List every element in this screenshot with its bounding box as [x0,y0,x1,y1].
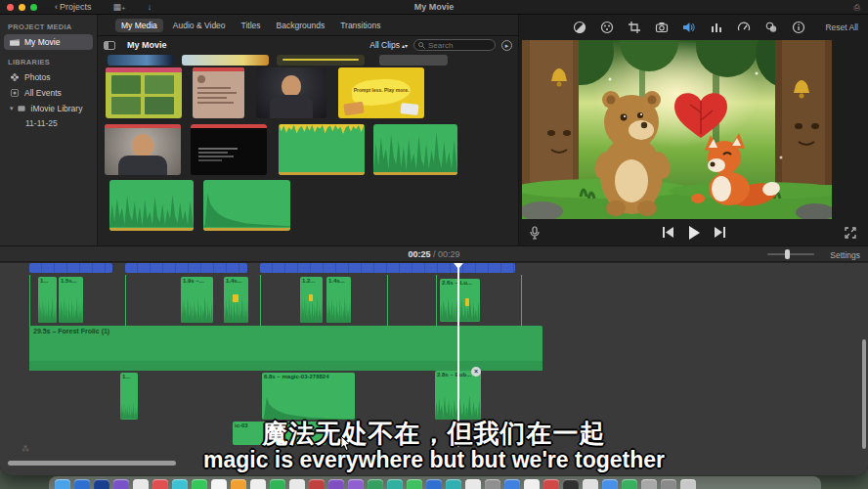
timeline-clip[interactable]: 2.6s ~ Lu... [440,279,480,322]
media-thumbnail-audio[interactable] [203,180,290,231]
media-thumbnail[interactable] [379,55,448,66]
dock-app-icon[interactable] [622,479,637,489]
dock-app-icon[interactable] [543,479,559,489]
sidebar-item-photos[interactable]: Photos [4,69,93,85]
media-thumbnail[interactable] [108,55,173,66]
sidebar-toggle-icon[interactable] [104,41,115,50]
dock-app-icon[interactable] [250,479,266,489]
dock-app-icon[interactable] [465,479,481,489]
dock-app-icon[interactable] [680,479,696,489]
reset-all-button[interactable]: Reset All [825,22,858,32]
timeline-clip[interactable]: 1... [38,277,57,323]
media-thumbnail-promo[interactable]: Prompt less. Play more. [338,67,424,118]
sidebar-item-my-movie[interactable]: My Movie [4,34,93,50]
dock-app-icon[interactable] [74,479,90,489]
settings-button[interactable]: Settings [830,250,860,260]
tab-transitions[interactable]: Transitions [334,19,386,32]
play-icon[interactable] [687,226,701,240]
dock-app-icon[interactable] [387,479,403,489]
media-thumbnail[interactable] [277,55,365,66]
dock-app-icon[interactable] [211,479,227,489]
music-clip[interactable]: 29.5s – Forest Frolic (1) [29,326,542,371]
tab-backgrounds[interactable]: Backgrounds [271,19,331,32]
dock-app-icon[interactable] [270,479,285,489]
browser-forward-icon[interactable]: ▸ [501,40,512,51]
dock-app-icon[interactable] [641,479,657,489]
stabilization-icon[interactable] [655,21,669,34]
timeline-zoom-slider[interactable] [767,253,814,255]
dock-app-icon[interactable] [407,479,422,489]
tab-titles[interactable]: Titles [236,19,267,32]
timeline-clip[interactable]: 1.4s... [224,277,248,323]
dock-app-icon[interactable] [172,479,188,489]
previous-frame-icon[interactable] [663,227,673,238]
photos-flower-icon [10,73,20,81]
dock-app-icon[interactable] [661,479,676,489]
dock-app-icon[interactable] [446,479,461,489]
dock-app-icon[interactable] [231,479,246,489]
sidebar-item-all-events[interactable]: All Events [4,85,93,101]
timeline-clip[interactable]: 1.2... [300,277,323,323]
media-thumbnail-person[interactable] [105,124,181,175]
title-bar-clip[interactable] [125,263,247,273]
noise-reduction-icon[interactable] [710,21,723,34]
media-thumbnail-terminal[interactable] [191,124,267,175]
dock-app-icon[interactable] [583,479,598,489]
media-thumbnail-audio[interactable] [109,180,194,231]
title-bar-clip[interactable] [260,263,515,273]
media-thumbnail-document[interactable] [193,67,244,118]
sidebar-item-imovie-library[interactable]: ▾ iMovie Library [4,101,93,116]
viewer-controls [519,219,868,245]
effects-icon[interactable] [764,21,778,34]
dock-app-icon[interactable] [55,479,70,489]
fullscreen-icon[interactable] [845,227,856,239]
dock-app-icon[interactable] [133,479,149,489]
dock-app-icon[interactable] [328,479,344,489]
speed-icon[interactable] [737,21,751,34]
volume-icon[interactable] [682,21,696,34]
info-icon[interactable] [792,21,805,34]
next-frame-icon[interactable] [715,227,725,238]
dock-app-icon[interactable] [524,479,540,489]
sidebar-item-library-date[interactable]: 11-11-25 [0,118,97,128]
search-field[interactable] [413,39,496,51]
mouse-cursor [340,436,352,452]
clip-filter-dropdown[interactable]: All Clips ▴▾ [369,40,408,50]
dock-app-icon[interactable] [309,479,325,489]
tab-audio-video[interactable]: Audio & Video [167,19,232,32]
dock-app-icon[interactable] [368,479,383,489]
dock-app-icon[interactable] [113,479,129,489]
dock-app-icon[interactable] [602,479,618,489]
record-voiceover-icon[interactable] [529,226,541,240]
timeline-clip[interactable]: 1... [120,373,138,420]
dock-app-icon[interactable] [192,479,207,489]
media-thumbnail-collage[interactable] [106,67,182,118]
chevron-down-icon[interactable]: ▾ [10,105,14,112]
search-input[interactable] [428,41,489,50]
zoom-slider-thumb[interactable] [785,249,790,259]
clip-delete-badge[interactable]: × [471,367,481,377]
crop-icon[interactable] [628,21,641,34]
media-thumbnail-audio[interactable] [279,124,365,175]
dock-app-icon[interactable] [504,479,520,489]
dock-app-icon[interactable] [485,479,500,489]
dock-app-icon[interactable] [152,479,168,489]
color-correction-icon[interactable] [600,21,614,34]
media-thumbnail[interactable] [182,55,269,66]
share-icon[interactable]: ⎙ [854,3,860,13]
dock[interactable] [49,476,821,489]
color-balance-icon[interactable] [573,21,586,34]
timeline-clip[interactable]: 6.8s ~ magic-03-278824 [262,373,355,420]
tab-my-media[interactable]: My Media [115,19,163,32]
dock-app-icon[interactable] [426,479,442,489]
timeline-clip[interactable]: 1.4s... [326,277,351,323]
timeline-clip[interactable]: 1.9s ~... [181,277,213,323]
dock-app-icon[interactable] [94,479,109,489]
dock-app-icon[interactable] [289,479,305,489]
timeline-clip[interactable]: 1.5s... [59,277,83,323]
dock-app-icon[interactable] [563,479,579,489]
media-thumbnail-audio[interactable] [373,124,457,175]
dock-app-icon[interactable] [348,479,364,489]
media-thumbnail-person[interactable] [256,67,326,118]
title-bar-clip[interactable] [29,263,112,273]
